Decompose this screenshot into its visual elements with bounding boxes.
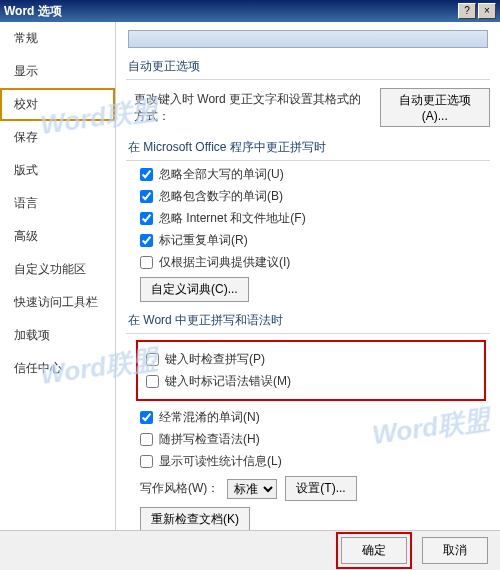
ignore-internet-label: 忽略 Internet 和文件地址(F) (159, 210, 306, 227)
sidebar-item-language[interactable]: 语言 (0, 187, 115, 220)
ignore-uppercase-checkbox[interactable] (140, 168, 153, 181)
section-word-title: 在 Word 中更正拼写和语法时 (126, 308, 490, 334)
writing-style-select[interactable]: 标准 (227, 479, 277, 499)
autocorrect-row: 更改键入时 Word 更正文字和设置其格式的方式： 自动更正选项(A)... (134, 88, 490, 127)
sidebar: 常规 显示 校对 保存 版式 语言 高级 自定义功能区 快速访问工具栏 加载项 … (0, 22, 116, 530)
ok-button[interactable]: 确定 (341, 537, 407, 564)
dialog-title: Word 选项 (4, 3, 62, 20)
sidebar-item-qat[interactable]: 快速访问工具栏 (0, 286, 115, 319)
sidebar-item-customize-ribbon[interactable]: 自定义功能区 (0, 253, 115, 286)
sidebar-item-display[interactable]: 显示 (0, 55, 115, 88)
dialog-body: 常规 显示 校对 保存 版式 语言 高级 自定义功能区 快速访问工具栏 加载项 … (0, 22, 500, 530)
sidebar-item-save[interactable]: 保存 (0, 121, 115, 154)
close-button[interactable]: × (478, 3, 496, 19)
ignore-numbers-label: 忽略包含数字的单词(B) (159, 188, 283, 205)
main-dict-only-checkbox[interactable] (140, 256, 153, 269)
settings-button[interactable]: 设置(T)... (285, 476, 356, 501)
spell-highlight-box: 键入时检查拼写(P) 键入时标记语法错误(M) (136, 340, 486, 401)
grammar-with-spelling-label: 随拼写检查语法(H) (159, 431, 260, 448)
cancel-button[interactable]: 取消 (422, 537, 488, 564)
custom-dict-button[interactable]: 自定义词典(C)... (140, 277, 249, 302)
titlebar: Word 选项 ? × (0, 0, 500, 22)
ok-highlight: 确定 (336, 532, 412, 569)
ignore-internet-checkbox[interactable] (140, 212, 153, 225)
ignore-uppercase-label: 忽略全部大写的单词(U) (159, 166, 284, 183)
sidebar-item-proofing[interactable]: 校对 (0, 88, 115, 121)
help-button[interactable]: ? (458, 3, 476, 19)
sidebar-item-addins[interactable]: 加载项 (0, 319, 115, 352)
sidebar-item-general[interactable]: 常规 (0, 22, 115, 55)
confused-words-checkbox[interactable] (140, 411, 153, 424)
titlebar-buttons: ? × (458, 3, 496, 19)
writing-style-label: 写作风格(W)： (140, 480, 219, 497)
mark-grammar-checkbox[interactable] (146, 375, 159, 388)
section-icon-strip (128, 30, 488, 48)
check-spelling-checkbox[interactable] (146, 353, 159, 366)
bottom-bar: 确定 取消 (0, 530, 500, 570)
autocorrect-desc: 更改键入时 Word 更正文字和设置其格式的方式： (134, 91, 372, 125)
flag-repeated-label: 标记重复单词(R) (159, 232, 248, 249)
sidebar-item-advanced[interactable]: 高级 (0, 220, 115, 253)
sidebar-item-trust[interactable]: 信任中心 (0, 352, 115, 385)
section-autocorrect-title: 自动更正选项 (126, 54, 490, 80)
autocorrect-options-button[interactable]: 自动更正选项(A)... (380, 88, 490, 127)
grammar-with-spelling-checkbox[interactable] (140, 433, 153, 446)
main-dict-only-label: 仅根据主词典提供建议(I) (159, 254, 290, 271)
check-spelling-label: 键入时检查拼写(P) (165, 351, 265, 368)
mark-grammar-label: 键入时标记语法错误(M) (165, 373, 291, 390)
recheck-button[interactable]: 重新检查文档(K) (140, 507, 250, 530)
content-pane: 自动更正选项 更改键入时 Word 更正文字和设置其格式的方式： 自动更正选项(… (116, 22, 500, 530)
flag-repeated-checkbox[interactable] (140, 234, 153, 247)
readability-label: 显示可读性统计信息(L) (159, 453, 282, 470)
section-office-title: 在 Microsoft Office 程序中更正拼写时 (126, 135, 490, 161)
confused-words-label: 经常混淆的单词(N) (159, 409, 260, 426)
sidebar-item-layout[interactable]: 版式 (0, 154, 115, 187)
readability-checkbox[interactable] (140, 455, 153, 468)
ignore-numbers-checkbox[interactable] (140, 190, 153, 203)
